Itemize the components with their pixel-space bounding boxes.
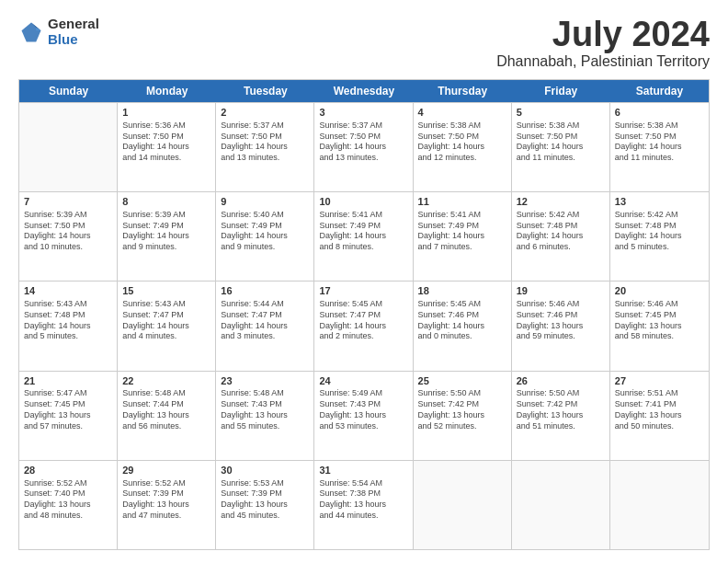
day-cell-24: 24Sunrise: 5:49 AM Sunset: 7:43 PM Dayli… — [314, 372, 413, 460]
day-info: Sunrise: 5:48 AM Sunset: 7:44 PM Dayligh… — [122, 388, 210, 431]
day-cell-17: 17Sunrise: 5:45 AM Sunset: 7:47 PM Dayli… — [314, 282, 413, 370]
day-cell-7: 7Sunrise: 5:39 AM Sunset: 7:50 PM Daylig… — [19, 192, 118, 281]
day-cell-27: 27Sunrise: 5:51 AM Sunset: 7:41 PM Dayli… — [610, 372, 709, 460]
day-number: 21 — [24, 374, 112, 388]
day-number: 15 — [122, 284, 210, 298]
day-number: 1 — [122, 106, 210, 120]
day-cell-6: 6Sunrise: 5:38 AM Sunset: 7:50 PM Daylig… — [610, 103, 709, 191]
day-header-thursday: Thursday — [414, 80, 512, 102]
day-number: 6 — [615, 106, 704, 120]
day-info: Sunrise: 5:49 AM Sunset: 7:43 PM Dayligh… — [319, 388, 407, 431]
day-cell-19: 19Sunrise: 5:46 AM Sunset: 7:46 PM Dayli… — [512, 282, 610, 370]
day-cell-21: 21Sunrise: 5:47 AM Sunset: 7:45 PM Dayli… — [19, 372, 118, 460]
day-number: 7 — [24, 195, 112, 209]
day-number: 12 — [517, 195, 605, 209]
logo-text: General Blue — [48, 17, 99, 47]
logo-icon — [18, 19, 44, 45]
day-cell-28: 28Sunrise: 5:52 AM Sunset: 7:40 PM Dayli… — [19, 461, 118, 549]
day-info: Sunrise: 5:43 AM Sunset: 7:47 PM Dayligh… — [122, 299, 210, 342]
day-header-sunday: Sunday — [19, 80, 118, 102]
day-number: 14 — [24, 284, 112, 298]
location-title: Dhannabah, Palestinian Territory — [496, 53, 710, 70]
day-info: Sunrise: 5:41 AM Sunset: 7:49 PM Dayligh… — [418, 210, 506, 253]
day-cell-10: 10Sunrise: 5:41 AM Sunset: 7:49 PM Dayli… — [314, 192, 413, 281]
day-number: 25 — [418, 374, 506, 388]
day-cell-22: 22Sunrise: 5:48 AM Sunset: 7:44 PM Dayli… — [118, 372, 216, 460]
day-number: 5 — [517, 106, 605, 120]
day-number: 18 — [418, 284, 506, 298]
calendar-row-5: 28Sunrise: 5:52 AM Sunset: 7:40 PM Dayli… — [19, 460, 709, 549]
day-cell-3: 3Sunrise: 5:37 AM Sunset: 7:50 PM Daylig… — [314, 103, 413, 191]
day-cell-12: 12Sunrise: 5:42 AM Sunset: 7:48 PM Dayli… — [512, 192, 610, 281]
day-header-friday: Friday — [512, 80, 610, 102]
day-info: Sunrise: 5:42 AM Sunset: 7:48 PM Dayligh… — [615, 210, 704, 253]
day-cell-11: 11Sunrise: 5:41 AM Sunset: 7:49 PM Dayli… — [414, 192, 512, 281]
day-cell-2: 2Sunrise: 5:37 AM Sunset: 7:50 PM Daylig… — [216, 103, 314, 191]
day-cell-31: 31Sunrise: 5:54 AM Sunset: 7:38 PM Dayli… — [314, 461, 413, 549]
day-number: 24 — [319, 374, 407, 388]
day-cell-16: 16Sunrise: 5:44 AM Sunset: 7:47 PM Dayli… — [216, 282, 314, 370]
day-number: 2 — [221, 106, 309, 120]
day-number: 8 — [122, 195, 210, 209]
title-block: July 2024 Dhannabah, Palestinian Territo… — [496, 17, 710, 70]
day-header-saturday: Saturday — [610, 80, 709, 102]
logo-general: General — [48, 17, 99, 32]
day-cell-14: 14Sunrise: 5:43 AM Sunset: 7:48 PM Dayli… — [19, 282, 118, 370]
day-number: 27 — [615, 374, 704, 388]
svg-marker-0 — [22, 22, 41, 41]
day-cell-26: 26Sunrise: 5:50 AM Sunset: 7:42 PM Dayli… — [512, 372, 610, 460]
day-info: Sunrise: 5:38 AM Sunset: 7:50 PM Dayligh… — [615, 121, 704, 164]
empty-cell — [610, 461, 709, 549]
day-number: 30 — [221, 464, 309, 477]
day-info: Sunrise: 5:46 AM Sunset: 7:46 PM Dayligh… — [517, 299, 605, 342]
day-number: 11 — [418, 195, 506, 209]
day-cell-13: 13Sunrise: 5:42 AM Sunset: 7:48 PM Dayli… — [610, 192, 709, 281]
day-cell-29: 29Sunrise: 5:52 AM Sunset: 7:39 PM Dayli… — [118, 461, 216, 549]
day-info: Sunrise: 5:45 AM Sunset: 7:47 PM Dayligh… — [319, 299, 407, 342]
day-info: Sunrise: 5:42 AM Sunset: 7:48 PM Dayligh… — [517, 210, 605, 253]
calendar-row-4: 21Sunrise: 5:47 AM Sunset: 7:45 PM Dayli… — [19, 371, 709, 460]
logo: General Blue — [18, 17, 99, 47]
day-header-wednesday: Wednesday — [314, 80, 413, 102]
header: General Blue July 2024 Dhannabah, Palest… — [18, 17, 710, 70]
day-info: Sunrise: 5:48 AM Sunset: 7:43 PM Dayligh… — [221, 388, 309, 431]
day-number: 4 — [418, 106, 506, 120]
day-cell-9: 9Sunrise: 5:40 AM Sunset: 7:49 PM Daylig… — [216, 192, 314, 281]
day-info: Sunrise: 5:37 AM Sunset: 7:50 PM Dayligh… — [319, 121, 407, 164]
day-number: 17 — [319, 284, 407, 298]
day-header-tuesday: Tuesday — [216, 80, 314, 102]
day-info: Sunrise: 5:50 AM Sunset: 7:42 PM Dayligh… — [418, 388, 506, 431]
day-info: Sunrise: 5:39 AM Sunset: 7:50 PM Dayligh… — [24, 210, 112, 253]
day-info: Sunrise: 5:37 AM Sunset: 7:50 PM Dayligh… — [221, 121, 309, 164]
day-number: 22 — [122, 374, 210, 388]
day-info: Sunrise: 5:47 AM Sunset: 7:45 PM Dayligh… — [24, 388, 112, 431]
calendar-row-1: 1Sunrise: 5:36 AM Sunset: 7:50 PM Daylig… — [19, 102, 709, 191]
day-cell-5: 5Sunrise: 5:38 AM Sunset: 7:50 PM Daylig… — [512, 103, 610, 191]
day-number: 23 — [221, 374, 309, 388]
calendar-body: 1Sunrise: 5:36 AM Sunset: 7:50 PM Daylig… — [19, 102, 709, 549]
day-info: Sunrise: 5:36 AM Sunset: 7:50 PM Dayligh… — [122, 121, 210, 164]
logo-blue: Blue — [48, 32, 99, 48]
calendar-row-3: 14Sunrise: 5:43 AM Sunset: 7:48 PM Dayli… — [19, 281, 709, 370]
calendar-row-2: 7Sunrise: 5:39 AM Sunset: 7:50 PM Daylig… — [19, 191, 709, 281]
day-header-monday: Monday — [118, 80, 216, 102]
day-cell-15: 15Sunrise: 5:43 AM Sunset: 7:47 PM Dayli… — [118, 282, 216, 370]
day-number: 16 — [221, 284, 309, 298]
day-info: Sunrise: 5:52 AM Sunset: 7:39 PM Dayligh… — [122, 478, 210, 522]
day-info: Sunrise: 5:43 AM Sunset: 7:48 PM Dayligh… — [24, 299, 112, 342]
day-number: 31 — [319, 464, 407, 477]
page: General Blue July 2024 Dhannabah, Palest… — [0, 0, 728, 563]
empty-cell — [19, 103, 118, 191]
day-info: Sunrise: 5:53 AM Sunset: 7:39 PM Dayligh… — [221, 478, 309, 522]
day-number: 3 — [319, 106, 407, 120]
day-cell-4: 4Sunrise: 5:38 AM Sunset: 7:50 PM Daylig… — [414, 103, 512, 191]
day-info: Sunrise: 5:41 AM Sunset: 7:49 PM Dayligh… — [319, 210, 407, 253]
day-cell-1: 1Sunrise: 5:36 AM Sunset: 7:50 PM Daylig… — [118, 103, 216, 191]
empty-cell — [512, 461, 610, 549]
day-info: Sunrise: 5:40 AM Sunset: 7:49 PM Dayligh… — [221, 210, 309, 253]
day-cell-8: 8Sunrise: 5:39 AM Sunset: 7:49 PM Daylig… — [118, 192, 216, 281]
day-info: Sunrise: 5:52 AM Sunset: 7:40 PM Dayligh… — [24, 478, 112, 522]
day-info: Sunrise: 5:38 AM Sunset: 7:50 PM Dayligh… — [418, 121, 506, 164]
day-cell-18: 18Sunrise: 5:45 AM Sunset: 7:46 PM Dayli… — [414, 282, 512, 370]
day-number: 20 — [615, 284, 704, 298]
